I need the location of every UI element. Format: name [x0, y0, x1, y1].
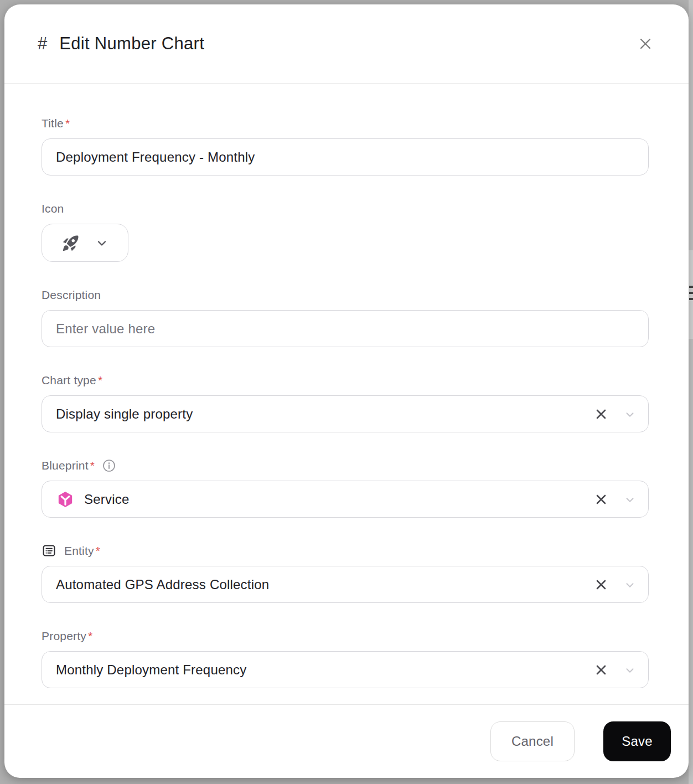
background-artifact-light: [689, 250, 693, 339]
field-icon: Icon: [42, 201, 649, 262]
icon-label-row: Icon: [42, 201, 649, 216]
save-button[interactable]: Save: [603, 721, 671, 761]
chart-type-label-row: Chart type*: [42, 373, 649, 388]
entity-select[interactable]: Automated GPS Address Collection: [42, 566, 649, 603]
property-label-row: Property*: [42, 628, 649, 643]
cube-icon: [56, 490, 75, 509]
edit-number-chart-dialog: # Edit Number Chart Title* Icon: [4, 4, 689, 778]
property-select[interactable]: Monthly Deployment Frequency: [42, 651, 649, 688]
field-chart-type: Chart type* Display single property: [42, 373, 649, 432]
dialog-body: Title* Icon Descripti: [4, 84, 689, 704]
clear-x-icon[interactable]: [595, 493, 607, 506]
entity-label-row: Entity*: [42, 543, 649, 558]
required-marker: *: [88, 630, 92, 643]
required-marker: *: [90, 459, 95, 472]
cancel-button[interactable]: Cancel: [490, 721, 575, 761]
blueprint-label: Blueprint: [42, 459, 89, 472]
description-label-row: Description: [42, 287, 649, 302]
field-entity: Entity* Automated GPS Address Collection: [42, 543, 649, 603]
hash-icon: #: [38, 34, 47, 54]
chart-type-select[interactable]: Display single property: [42, 395, 649, 432]
title-input[interactable]: [42, 138, 649, 176]
list-icon: [42, 543, 56, 558]
chevron-down-icon[interactable]: [624, 493, 636, 506]
dialog-header: # Edit Number Chart: [4, 4, 689, 84]
dialog-title: Edit Number Chart: [59, 34, 204, 54]
title-label: Title: [42, 117, 64, 130]
background-artifact-dash: [689, 298, 693, 300]
rocket-icon: [61, 234, 80, 252]
description-input[interactable]: [42, 310, 649, 347]
description-label: Description: [42, 288, 101, 302]
clear-x-icon[interactable]: [595, 664, 607, 676]
chevron-down-icon[interactable]: [624, 579, 636, 591]
field-blueprint: Blueprint* Service: [42, 458, 649, 518]
field-title: Title*: [42, 116, 649, 176]
chevron-down-icon[interactable]: [624, 664, 636, 676]
field-description: Description: [42, 287, 649, 347]
chart-type-label: Chart type: [42, 374, 96, 387]
required-marker: *: [96, 544, 100, 558]
chevron-down-icon: [95, 236, 108, 250]
icon-label: Icon: [42, 202, 64, 215]
icon-picker-dropdown[interactable]: [42, 224, 128, 262]
dialog-header-left: # Edit Number Chart: [38, 34, 204, 54]
background-artifact-dash: [689, 292, 693, 294]
background-artifact-dash: [689, 286, 693, 288]
clear-x-icon[interactable]: [595, 408, 607, 420]
chart-type-value: Display single property: [56, 406, 595, 422]
dialog-footer: Cancel Save: [4, 704, 689, 778]
chevron-down-icon[interactable]: [624, 408, 636, 420]
property-label: Property: [42, 630, 86, 643]
close-button[interactable]: [633, 32, 658, 56]
info-icon[interactable]: [102, 459, 116, 472]
entity-value: Automated GPS Address Collection: [56, 577, 595, 592]
property-value: Monthly Deployment Frequency: [56, 662, 595, 678]
close-icon: [638, 36, 653, 51]
field-property: Property* Monthly Deployment Frequency: [42, 628, 649, 688]
required-marker: *: [65, 117, 70, 130]
blueprint-select[interactable]: Service: [42, 481, 649, 518]
entity-label: Entity: [64, 544, 94, 558]
blueprint-value: Service: [84, 492, 595, 507]
clear-x-icon[interactable]: [595, 579, 607, 591]
blueprint-label-row: Blueprint*: [42, 458, 649, 473]
title-label-row: Title*: [42, 116, 649, 131]
required-marker: *: [98, 374, 102, 387]
background-artifact-strip: [689, 0, 693, 784]
